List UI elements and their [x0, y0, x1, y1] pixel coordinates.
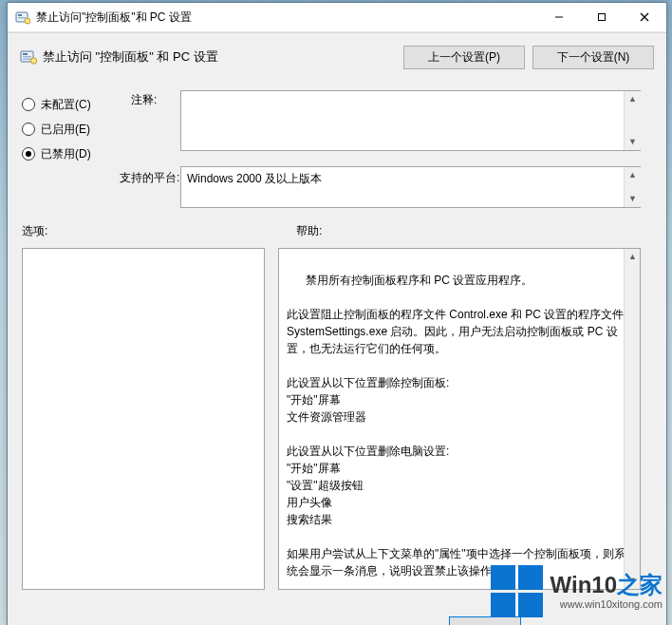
scrollbar[interactable]: ▲ ▼: [624, 249, 641, 589]
window-buttons: [537, 3, 666, 31]
scroll-down-icon: ▼: [625, 191, 641, 207]
help-label: 帮助:: [296, 223, 322, 239]
minimize-button[interactable]: [537, 3, 580, 31]
window-title: 禁止访问"控制面板"和 PC 设置: [36, 9, 537, 26]
state-radio-group: 未配置(C) 已启用(E) 已禁用(D): [22, 92, 117, 166]
scroll-up-icon: ▲: [625, 91, 641, 107]
supported-platform-field: Windows 2000 及以上版本 ▲ ▼: [180, 166, 641, 208]
options-pane: [22, 248, 265, 590]
scrollbar[interactable]: ▲ ▼: [624, 167, 641, 207]
app-icon: [15, 9, 30, 25]
svg-rect-11: [23, 59, 31, 61]
radio-label: 未配置(C): [41, 97, 91, 113]
comment-label: 注释:: [131, 92, 157, 108]
titlebar: 禁止访问"控制面板"和 PC 设置: [8, 3, 666, 32]
radio-label: 已禁用(D): [41, 146, 91, 162]
gpo-editor-window: 禁止访问"控制面板"和 PC 设置: [7, 2, 667, 625]
scroll-up-icon: ▲: [625, 249, 641, 265]
platform-label: 支持的平台:: [120, 170, 179, 186]
help-pane: 禁用所有控制面板程序和 PC 设置应用程序。 此设置阻止控制面板的程序文件 Co…: [278, 248, 641, 590]
scroll-up-icon: ▲: [625, 167, 641, 183]
scroll-down-icon: ▼: [625, 573, 641, 589]
scroll-down-icon: ▼: [625, 134, 641, 150]
platform-value: Windows 2000 及以上版本: [187, 172, 322, 185]
close-button[interactable]: [623, 3, 666, 31]
radio-label: 已启用(E): [41, 122, 90, 138]
header-row: 禁止访问 "控制面板" 和 PC 设置 上一个设置(P) 下一个设置(N): [20, 41, 654, 73]
options-label: 选项:: [22, 223, 47, 239]
radio-disabled[interactable]: 已禁用(D): [22, 142, 117, 166]
svg-rect-1: [18, 14, 22, 16]
bottom-button-partial[interactable]: [449, 616, 521, 625]
svg-rect-10: [23, 56, 31, 58]
svg-point-12: [30, 58, 36, 64]
scrollbar[interactable]: ▲ ▼: [624, 91, 641, 150]
radio-icon: [22, 147, 35, 161]
policy-title: 禁止访问 "控制面板" 和 PC 设置: [43, 48, 396, 66]
previous-setting-button[interactable]: 上一个设置(P): [403, 46, 525, 69]
svg-rect-9: [23, 53, 28, 55]
radio-icon: [22, 98, 35, 111]
svg-point-3: [25, 18, 30, 24]
client-area: 禁止访问 "控制面板" 和 PC 设置 上一个设置(P) 下一个设置(N) 未配…: [8, 32, 666, 625]
radio-not-configured[interactable]: 未配置(C): [22, 92, 117, 117]
policy-icon: [20, 48, 37, 66]
radio-icon: [22, 123, 35, 136]
maximize-button[interactable]: [580, 3, 623, 31]
comment-textarea[interactable]: ▲ ▼: [180, 90, 641, 151]
svg-rect-2: [18, 17, 26, 19]
svg-rect-5: [598, 14, 605, 21]
next-setting-button[interactable]: 下一个设置(N): [532, 46, 654, 69]
help-text: 禁用所有控制面板程序和 PC 设置应用程序。 此设置阻止控制面板的程序文件 Co…: [287, 274, 627, 578]
radio-enabled[interactable]: 已启用(E): [22, 117, 117, 142]
